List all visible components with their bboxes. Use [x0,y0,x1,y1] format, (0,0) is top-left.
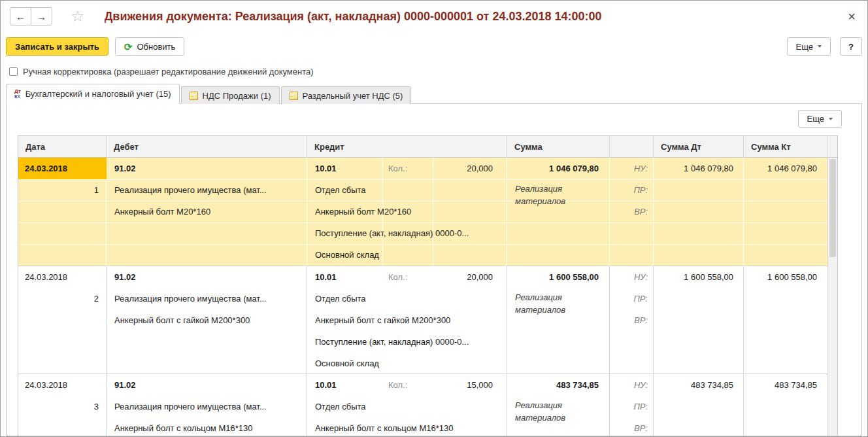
chevron-down-icon [829,118,833,120]
header-sum[interactable]: Сумма [507,136,610,157]
debit-credit-icon: Дт Кт [14,89,21,99]
tab-panel: Еще Дата Дебет Кредит Сумма Сумма Дт Сум… [6,103,862,436]
cell-credit-analytics[interactable]: Поступление (акт, накладная) 0000-0... [307,331,507,353]
header-debit[interactable]: Дебет [107,136,307,157]
save-and-close-button[interactable]: Записать и закрыть [6,37,108,56]
header-credit[interactable]: Кредит [307,136,507,157]
cell-sum-note[interactable]: Реализация материалов [507,396,610,436]
forward-button[interactable]: → [31,7,52,26]
cell-qty-value[interactable]: 20,000 [433,266,507,288]
cell-debit-account[interactable]: 91.02 [107,266,307,288]
cell-credit-analytics[interactable]: Анкерный болт с кольцом М16*130 [307,417,507,436]
cell-debit-account[interactable]: 91.02 [107,374,307,396]
cell-debit-analytics[interactable]: Реализация прочего имущества (мат... [107,288,307,309]
cell-debit-account[interactable]: 91.02 [107,158,307,179]
cell-nu-label: НУ: [610,158,654,179]
movements-table: Дата Дебет Кредит Сумма Сумма Дт Сумма К… [18,135,838,436]
header-date[interactable]: Дата [18,136,107,157]
cell-debit-analytics[interactable]: Анкерный болт М20*160 [107,201,307,222]
cell-row-number: 1 [18,179,107,201]
cell-sum[interactable]: 483 734,85 [507,374,610,396]
cell-debit-analytics[interactable]: Анкерный болт с гайкой М200*300 [107,309,307,331]
cell-credit-analytics[interactable]: Отдел сбыта [307,179,507,201]
tab-label: НДС Продажи (1) [203,91,271,101]
cell-qty-value[interactable]: 20,000 [433,158,507,179]
cell-credit-analytics[interactable]: Анкерный болт с гайкой М200*300 [307,309,507,331]
cell-date[interactable]: 24.03.2018 [18,158,107,179]
cell-sum[interactable]: 1 046 079,80 [507,158,610,179]
document-movements-window: ← → ☆ Движения документа: Реализация (ак… [0,0,868,437]
refresh-button[interactable]: ⟳ Обновить [115,37,184,56]
cell-qty-label: Кол.: [383,266,433,288]
table-row[interactable]: 24.03.2018 1 91.02 Реализация прочего им… [18,158,837,266]
header-sum-dt[interactable]: Сумма Дт [654,136,744,157]
tab-label: Раздельный учет НДС (5) [303,91,403,101]
cell-debit-analytics[interactable]: Анкерный болт с кольцом М16*130 [107,417,307,436]
scrollbar-thumb[interactable] [829,159,836,257]
more-label: Еще [796,42,813,52]
tab-separate-vat-accounting[interactable]: Раздельный учет НДС (5) [281,86,412,104]
cell-credit-account[interactable]: 10.01 [307,374,383,396]
manual-adjustment-checkbox[interactable] [9,67,18,76]
cell-sum-kt[interactable]: 483 734,85 [744,374,827,396]
forward-arrow-icon: → [37,11,46,22]
header-sum-kt[interactable]: Сумма Кт [744,136,827,157]
tab-bar: Дт Кт Бухгалтерский и налоговый учет (15… [1,82,867,104]
table-more-button[interactable]: Еще [798,110,842,128]
cell-vr-label: ВР: [610,201,654,222]
chevron-down-icon [818,45,822,48]
vertical-scrollbar[interactable] [827,158,837,436]
cell-credit-analytics[interactable]: Основной склад [307,353,507,374]
cell-qty-label: Кол.: [383,374,433,396]
cell-pr-label: ПР: [610,396,654,417]
register-table-icon [290,92,298,100]
cell-qty-value[interactable]: 15,000 [433,374,507,396]
cell-nu-label: НУ: [610,266,654,288]
cell-credit-account[interactable]: 10.01 [307,158,383,179]
cell-sum-dt[interactable]: 483 734,85 [654,374,744,396]
tab-accounting-and-tax[interactable]: Дт Кт Бухгалтерский и налоговый учет (15… [6,84,180,104]
cell-sum-dt[interactable]: 1 046 079,80 [654,158,744,179]
cell-date[interactable]: 24.03.2018 [18,266,107,288]
cell-sum-kt[interactable]: 1 046 079,80 [744,158,827,179]
page-title: Движения документа: Реализация (акт, нак… [105,10,602,24]
refresh-icon: ⟳ [124,42,133,52]
help-button[interactable]: ? [840,37,862,56]
cell-vr-label: ВР: [610,309,654,331]
back-arrow-icon: ← [16,11,25,22]
cell-credit-account[interactable]: 10.01 [307,266,383,288]
cell-credit-analytics[interactable]: Анкерный болт М20*160 [307,201,507,222]
cell-vr-label: ВР: [610,417,654,436]
tab-label: Бухгалтерский и налоговый учет (15) [25,89,171,99]
more-button[interactable]: Еще [787,37,831,56]
tab-vat-sales[interactable]: НДС Продажи (1) [181,86,280,104]
cell-row-number: 3 [18,396,107,417]
cell-credit-analytics[interactable]: Отдел сбыта [307,288,507,309]
register-table-icon [190,92,198,100]
cell-pr-label: ПР: [610,288,654,309]
table-row[interactable]: 24.03.2018 2 91.02 Реализация прочего им… [18,266,837,374]
close-icon[interactable]: × [845,9,858,24]
toolbar-right: Еще ? [787,37,862,56]
header-flag [610,136,654,157]
cell-credit-analytics[interactable]: Поступление (акт, накладная) 0000-0... [307,222,507,244]
cell-sum-note[interactable]: Реализация материалов [507,288,610,331]
manual-adjustment-row: Ручная корректировка (разрешает редактир… [1,61,867,82]
cell-sum-dt[interactable]: 1 600 558,00 [654,266,744,288]
toolbar: Записать и закрыть ⟳ Обновить Еще ? [1,32,867,61]
cell-sum-kt[interactable]: 1 600 558,00 [744,266,827,288]
cell-sum-note[interactable]: Реализация материалов [507,179,610,222]
cell-debit-analytics[interactable]: Реализация прочего имущества (мат... [107,179,307,201]
favorite-star-icon[interactable]: ☆ [71,9,85,24]
table-more-label: Еще [807,114,824,124]
cell-credit-analytics[interactable]: Основной склад [307,244,507,266]
cell-credit-analytics[interactable]: Отдел сбыта [307,396,507,417]
cell-sum[interactable]: 1 600 558,00 [507,266,610,288]
cell-date[interactable]: 24.03.2018 [18,374,107,396]
table-header-row: Дата Дебет Кредит Сумма Сумма Дт Сумма К… [18,136,837,158]
refresh-label: Обновить [137,42,175,52]
cell-qty-label: Кол.: [383,158,433,179]
cell-debit-analytics[interactable]: Реализация прочего имущества (мат... [107,396,307,417]
back-button[interactable]: ← [10,7,31,26]
table-row[interactable]: 24.03.2018 3 91.02 Реализация прочего им… [18,374,837,436]
